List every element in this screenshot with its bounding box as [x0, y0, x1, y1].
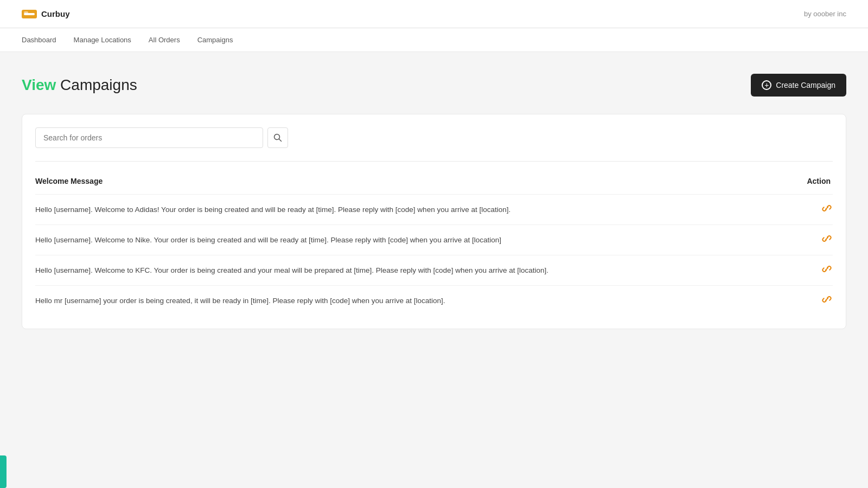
message-text: Hello mr [username] your order is being … — [35, 297, 821, 305]
page-title: View Campaigns — [22, 76, 137, 94]
create-campaign-button[interactable]: + Create Campaign — [751, 74, 846, 97]
nav-bar: Dashboard Manage Locations All Orders Ca… — [0, 28, 868, 52]
logo-area: Curbuy — [22, 9, 70, 18]
top-bar: Curbuy by ooober inc — [0, 0, 868, 28]
search-button[interactable] — [267, 127, 288, 148]
search-area — [35, 127, 833, 148]
divider — [35, 161, 833, 162]
col-message-header: Welcome Message — [35, 177, 103, 185]
logo-text: Curbuy — [41, 9, 70, 18]
nav-all-orders[interactable]: All Orders — [149, 29, 180, 50]
page-title-accent: View — [22, 76, 56, 93]
bottom-accent — [0, 455, 7, 488]
action-link-icon-2[interactable] — [821, 263, 833, 278]
logo-icon — [22, 10, 37, 18]
nav-campaigns[interactable]: Campaigns — [197, 29, 233, 50]
create-campaign-label: Create Campaign — [776, 81, 835, 89]
table-row: Hello [username]. Welcome to Adidas! You… — [35, 194, 833, 224]
table-row: Hello [username]. Welcome to Nike. Your … — [35, 224, 833, 255]
col-action-header: Action — [807, 177, 833, 185]
message-text: Hello [username]. Welcome to KFC. Your o… — [35, 266, 821, 274]
brand-text: by ooober inc — [804, 10, 846, 18]
svg-rect-1 — [24, 11, 28, 14]
table-row: Hello [username]. Welcome to KFC. Your o… — [35, 255, 833, 285]
nav-dashboard[interactable]: Dashboard — [22, 29, 56, 50]
action-link-icon-1[interactable] — [821, 233, 833, 247]
main-content: View Campaigns + Create Campaign Welcome… — [0, 52, 868, 351]
action-link-icon-0[interactable] — [821, 202, 833, 217]
message-text: Hello [username]. Welcome to Adidas! You… — [35, 206, 821, 214]
nav-manage-locations[interactable]: Manage Locations — [74, 29, 131, 50]
search-icon — [273, 133, 282, 142]
table-row: Hello mr [username] your order is being … — [35, 285, 833, 316]
action-link-icon-3[interactable] — [821, 293, 833, 308]
campaigns-card: Welcome Message Action Hello [username].… — [22, 114, 846, 329]
message-text: Hello [username]. Welcome to Nike. Your … — [35, 236, 821, 244]
plus-circle-icon: + — [762, 80, 771, 90]
svg-line-3 — [279, 139, 282, 142]
page-header: View Campaigns + Create Campaign — [22, 74, 846, 97]
table-header: Welcome Message Action — [35, 172, 833, 194]
search-input[interactable] — [35, 127, 263, 148]
page-title-rest: Campaigns — [56, 76, 137, 93]
